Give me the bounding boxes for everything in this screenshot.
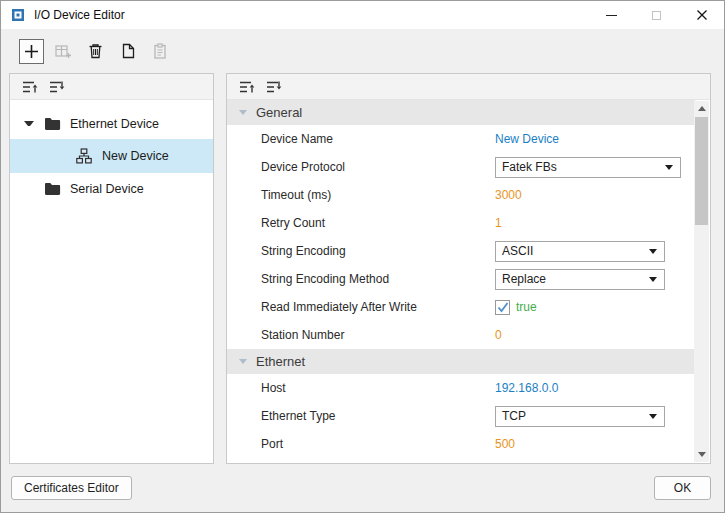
- app-icon: [10, 7, 26, 23]
- minimize-button[interactable]: [589, 1, 634, 29]
- delete-button[interactable]: [83, 39, 108, 64]
- read-immediately-checkbox[interactable]: [495, 300, 510, 315]
- folder-icon: [44, 181, 62, 197]
- certificates-editor-button[interactable]: Certificates Editor: [11, 476, 132, 500]
- device-protocol-dropdown[interactable]: Fatek FBs: [495, 157, 681, 178]
- chevron-down-icon: [649, 277, 657, 282]
- close-button[interactable]: [679, 1, 724, 29]
- io-device-editor-dialog: I/O Device Editor: [0, 0, 725, 513]
- chevron-down-icon: [665, 165, 673, 170]
- clipboard-icon: [153, 43, 167, 59]
- collapse-all-button[interactable]: [21, 78, 39, 96]
- string-encoding-dropdown[interactable]: ASCII: [495, 241, 665, 262]
- chevron-down-icon: [649, 249, 657, 254]
- station-number-value[interactable]: 0: [495, 328, 502, 342]
- chevron-down-icon: [239, 359, 247, 364]
- collapse-all-icon: [239, 79, 255, 95]
- port-value[interactable]: 500: [495, 437, 515, 451]
- folder-icon: [44, 116, 62, 132]
- property-row-device-name: Device Name New Device: [227, 125, 695, 153]
- network-device-icon: [76, 148, 94, 164]
- property-label: String Encoding: [261, 244, 495, 258]
- minimize-icon: [606, 15, 617, 16]
- chevron-down-icon: [239, 110, 247, 115]
- section-title: General: [256, 105, 302, 120]
- property-row-port: Port 500: [227, 430, 695, 458]
- expand-all-icon: [49, 79, 65, 95]
- content-area: Ethernet Device New Device: [1, 73, 724, 464]
- property-label: Host: [261, 381, 495, 395]
- window-controls: [589, 1, 724, 29]
- collapse-all-icon: [22, 79, 38, 95]
- paste-button[interactable]: [147, 39, 172, 64]
- property-row-station-number: Station Number 0: [227, 321, 695, 349]
- ethernet-type-dropdown[interactable]: TCP: [495, 406, 665, 427]
- property-row-string-encoding: String Encoding ASCII: [227, 237, 695, 265]
- property-panel: General Device Name New Device Device Pr…: [226, 73, 711, 464]
- property-label: Device Name: [261, 132, 495, 146]
- main-toolbar: [1, 29, 724, 73]
- collapse-sections-button[interactable]: [238, 78, 256, 96]
- expand-sections-button[interactable]: [265, 78, 283, 96]
- property-label: Device Protocol: [261, 160, 495, 174]
- section-title: Ethernet: [256, 354, 305, 369]
- chevron-down-icon: [698, 452, 706, 457]
- document-icon: [121, 43, 135, 59]
- maximize-icon: [652, 11, 661, 20]
- tree-item-ethernet-device[interactable]: Ethernet Device: [10, 108, 213, 139]
- property-panel-toolbar: [227, 74, 710, 100]
- property-grid: General Device Name New Device Device Pr…: [227, 100, 695, 463]
- window-title: I/O Device Editor: [34, 8, 125, 22]
- property-row-ethernet-type: Ethernet Type TCP: [227, 402, 695, 430]
- dropdown-value: ASCII: [502, 244, 533, 258]
- timeout-value[interactable]: 3000: [495, 188, 522, 202]
- dropdown-value: TCP: [502, 409, 526, 423]
- device-name-value[interactable]: New Device: [495, 132, 559, 146]
- dropdown-value: Replace: [502, 272, 546, 286]
- add-group-button[interactable]: [51, 39, 76, 64]
- expand-all-icon: [266, 79, 282, 95]
- tree-item-serial-device[interactable]: Serial Device: [10, 173, 213, 204]
- property-label: Timeout (ms): [261, 188, 495, 202]
- chevron-up-icon: [698, 106, 706, 111]
- chevron-down-icon[interactable]: [24, 121, 34, 126]
- property-row-retry-count: Retry Count 1: [227, 209, 695, 237]
- grid-plus-icon: [55, 44, 72, 59]
- chevron-down-icon: [649, 414, 657, 419]
- add-device-button[interactable]: [19, 39, 44, 64]
- vertical-scrollbar[interactable]: [694, 101, 709, 462]
- property-label: Station Number: [261, 328, 495, 342]
- close-icon: [696, 9, 708, 21]
- section-header-general[interactable]: General: [227, 100, 695, 125]
- property-label: String Encoding Method: [261, 272, 495, 286]
- read-immediately-value: true: [516, 300, 537, 314]
- retry-count-value[interactable]: 1: [495, 216, 502, 230]
- tree-panel-toolbar: [10, 74, 213, 100]
- copy-button[interactable]: [115, 39, 140, 64]
- titlebar: I/O Device Editor: [1, 1, 724, 29]
- tree-item-label: New Device: [102, 149, 169, 163]
- scrollbar-track[interactable]: [694, 225, 709, 447]
- tree-item-new-device[interactable]: New Device: [10, 139, 213, 173]
- property-label: Ethernet Type: [261, 409, 495, 423]
- property-label: Read Immediately After Write: [261, 300, 495, 314]
- section-header-ethernet[interactable]: Ethernet: [227, 349, 695, 374]
- property-label: Retry Count: [261, 216, 495, 230]
- maximize-button[interactable]: [634, 1, 679, 29]
- property-row-device-protocol: Device Protocol Fatek FBs: [227, 153, 695, 181]
- property-row-string-encoding-method: String Encoding Method Replace: [227, 265, 695, 293]
- trash-icon: [88, 43, 103, 59]
- scroll-up-button[interactable]: [694, 101, 709, 116]
- scroll-down-button[interactable]: [694, 447, 709, 462]
- property-row-timeout: Timeout (ms) 3000: [227, 181, 695, 209]
- scrollbar-thumb[interactable]: [695, 117, 708, 225]
- expand-all-button[interactable]: [48, 78, 66, 96]
- dropdown-value: Fatek FBs: [502, 160, 557, 174]
- tree-item-label: Ethernet Device: [70, 117, 159, 131]
- footer-bar: Certificates Editor OK: [1, 464, 724, 512]
- property-row-host: Host 192.168.0.0: [227, 374, 695, 402]
- device-tree: Ethernet Device New Device: [10, 100, 213, 463]
- host-value[interactable]: 192.168.0.0: [495, 381, 558, 395]
- ok-button[interactable]: OK: [654, 476, 711, 500]
- string-encoding-method-dropdown[interactable]: Replace: [495, 269, 665, 290]
